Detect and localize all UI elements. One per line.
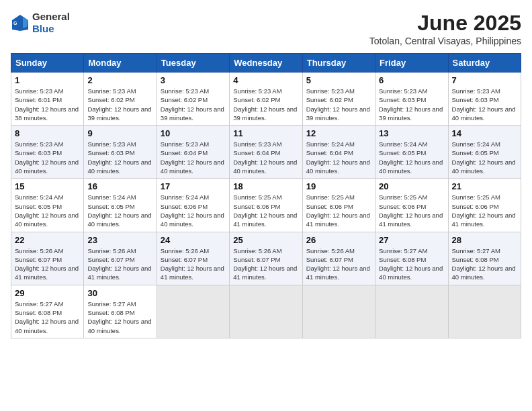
calendar-cell xyxy=(230,285,302,338)
calendar-cell: 25Sunrise: 5:26 AMSunset: 6:07 PMDayligh… xyxy=(230,232,302,285)
day-info: Sunrise: 5:23 AMSunset: 6:02 PMDaylight:… xyxy=(161,87,226,122)
calendar-cell: 1Sunrise: 5:23 AMSunset: 6:01 PMDaylight… xyxy=(11,73,84,126)
day-number: 10 xyxy=(161,128,226,138)
calendar-cell: 12Sunrise: 5:24 AMSunset: 6:04 PMDayligh… xyxy=(302,126,375,179)
day-info: Sunrise: 5:27 AMSunset: 6:08 PMDaylight:… xyxy=(15,300,80,335)
day-info: Sunrise: 5:23 AMSunset: 6:03 PMDaylight:… xyxy=(87,140,152,175)
weekday-header-sunday: Sunday xyxy=(11,54,84,73)
day-number: 9 xyxy=(87,128,152,138)
calendar-cell xyxy=(375,285,448,338)
weekday-header-friday: Friday xyxy=(375,54,448,73)
day-info: Sunrise: 5:26 AMSunset: 6:07 PMDaylight:… xyxy=(306,246,371,282)
calendar-cell: 13Sunrise: 5:24 AMSunset: 6:05 PMDayligh… xyxy=(375,126,448,179)
day-info: Sunrise: 5:24 AMSunset: 6:05 PMDaylight:… xyxy=(452,140,517,175)
day-info: Sunrise: 5:23 AMSunset: 6:04 PMDaylight:… xyxy=(161,140,226,175)
calendar-cell: 4Sunrise: 5:23 AMSunset: 6:02 PMDaylight… xyxy=(230,73,302,126)
calendar-cell: 11Sunrise: 5:23 AMSunset: 6:04 PMDayligh… xyxy=(230,126,302,179)
calendar-cell: 19Sunrise: 5:25 AMSunset: 6:06 PMDayligh… xyxy=(302,179,375,232)
day-number: 3 xyxy=(161,75,226,85)
day-number: 19 xyxy=(306,181,371,191)
day-number: 25 xyxy=(233,235,298,245)
calendar-week-row: 1Sunrise: 5:23 AMSunset: 6:01 PMDaylight… xyxy=(11,73,521,126)
calendar-cell: 9Sunrise: 5:23 AMSunset: 6:03 PMDaylight… xyxy=(84,126,157,179)
calendar-cell: 6Sunrise: 5:23 AMSunset: 6:03 PMDaylight… xyxy=(375,73,448,126)
title-area: June 2025 Totolan, Central Visayas, Phil… xyxy=(369,11,521,46)
day-info: Sunrise: 5:23 AMSunset: 6:02 PMDaylight:… xyxy=(306,87,371,122)
day-number: 21 xyxy=(452,181,517,191)
calendar-header-row: SundayMondayTuesdayWednesdayThursdayFrid… xyxy=(11,54,521,73)
day-info: Sunrise: 5:23 AMSunset: 6:01 PMDaylight:… xyxy=(15,87,80,122)
weekday-header-tuesday: Tuesday xyxy=(157,54,229,73)
calendar-cell: 3Sunrise: 5:23 AMSunset: 6:02 PMDaylight… xyxy=(157,73,229,126)
svg-text:G: G xyxy=(13,21,17,26)
day-info: Sunrise: 5:24 AMSunset: 6:06 PMDaylight:… xyxy=(161,193,226,228)
day-info: Sunrise: 5:23 AMSunset: 6:02 PMDaylight:… xyxy=(87,87,152,122)
day-info: Sunrise: 5:24 AMSunset: 6:05 PMDaylight:… xyxy=(379,140,444,175)
calendar-cell: 5Sunrise: 5:23 AMSunset: 6:02 PMDaylight… xyxy=(302,73,375,126)
calendar-table: SundayMondayTuesdayWednesdayThursdayFrid… xyxy=(11,53,521,338)
calendar-cell: 30Sunrise: 5:27 AMSunset: 6:08 PMDayligh… xyxy=(84,285,157,338)
calendar-cell: 17Sunrise: 5:24 AMSunset: 6:06 PMDayligh… xyxy=(157,179,229,232)
day-info: Sunrise: 5:24 AMSunset: 6:05 PMDaylight:… xyxy=(15,193,80,228)
calendar-cell: 2Sunrise: 5:23 AMSunset: 6:02 PMDaylight… xyxy=(84,73,157,126)
day-info: Sunrise: 5:25 AMSunset: 6:06 PMDaylight:… xyxy=(306,193,371,228)
day-number: 8 xyxy=(15,128,80,138)
calendar-cell: 16Sunrise: 5:24 AMSunset: 6:05 PMDayligh… xyxy=(84,179,157,232)
calendar-cell: 23Sunrise: 5:26 AMSunset: 6:07 PMDayligh… xyxy=(84,232,157,285)
day-number: 27 xyxy=(379,235,444,245)
calendar-week-row: 15Sunrise: 5:24 AMSunset: 6:05 PMDayligh… xyxy=(11,179,521,232)
logo-icon: G xyxy=(11,13,30,32)
day-info: Sunrise: 5:26 AMSunset: 6:07 PMDaylight:… xyxy=(161,246,226,282)
calendar-cell: 10Sunrise: 5:23 AMSunset: 6:04 PMDayligh… xyxy=(157,126,229,179)
calendar-cell: 15Sunrise: 5:24 AMSunset: 6:05 PMDayligh… xyxy=(11,179,84,232)
day-number: 7 xyxy=(452,75,517,85)
calendar-cell: 27Sunrise: 5:27 AMSunset: 6:08 PMDayligh… xyxy=(375,232,448,285)
calendar-cell xyxy=(302,285,375,338)
logo-blue-text: Blue xyxy=(32,23,70,35)
day-number: 29 xyxy=(15,288,80,298)
day-number: 20 xyxy=(379,181,444,191)
calendar-cell: 22Sunrise: 5:26 AMSunset: 6:07 PMDayligh… xyxy=(11,232,84,285)
day-number: 2 xyxy=(87,75,152,85)
day-number: 11 xyxy=(233,128,298,138)
day-info: Sunrise: 5:26 AMSunset: 6:07 PMDaylight:… xyxy=(15,246,80,282)
day-info: Sunrise: 5:27 AMSunset: 6:08 PMDaylight:… xyxy=(379,246,444,282)
logo-general-text: General xyxy=(32,11,70,23)
header: G General Blue June 2025 Totolan, Centra… xyxy=(11,11,521,46)
day-info: Sunrise: 5:26 AMSunset: 6:07 PMDaylight:… xyxy=(233,246,298,282)
day-number: 6 xyxy=(379,75,444,85)
logo: G General Blue xyxy=(11,11,70,35)
day-info: Sunrise: 5:24 AMSunset: 6:04 PMDaylight:… xyxy=(306,140,371,175)
day-info: Sunrise: 5:27 AMSunset: 6:08 PMDaylight:… xyxy=(87,300,152,335)
calendar-cell: 7Sunrise: 5:23 AMSunset: 6:03 PMDaylight… xyxy=(448,73,521,126)
day-number: 23 xyxy=(87,235,152,245)
day-number: 1 xyxy=(15,75,80,85)
calendar-cell: 18Sunrise: 5:25 AMSunset: 6:06 PMDayligh… xyxy=(230,179,302,232)
calendar-week-row: 22Sunrise: 5:26 AMSunset: 6:07 PMDayligh… xyxy=(11,232,521,285)
calendar-cell: 14Sunrise: 5:24 AMSunset: 6:05 PMDayligh… xyxy=(448,126,521,179)
calendar-cell xyxy=(448,285,521,338)
day-number: 14 xyxy=(452,128,517,138)
calendar-cell: 29Sunrise: 5:27 AMSunset: 6:08 PMDayligh… xyxy=(11,285,84,338)
day-info: Sunrise: 5:25 AMSunset: 6:06 PMDaylight:… xyxy=(452,193,517,228)
calendar-cell: 26Sunrise: 5:26 AMSunset: 6:07 PMDayligh… xyxy=(302,232,375,285)
location-title: Totolan, Central Visayas, Philippines xyxy=(369,36,521,46)
calendar-cell: 8Sunrise: 5:23 AMSunset: 6:03 PMDaylight… xyxy=(11,126,84,179)
day-info: Sunrise: 5:23 AMSunset: 6:02 PMDaylight:… xyxy=(233,87,298,122)
month-title: June 2025 xyxy=(369,11,521,36)
day-number: 5 xyxy=(306,75,371,85)
calendar-week-row: 8Sunrise: 5:23 AMSunset: 6:03 PMDaylight… xyxy=(11,126,521,179)
weekday-header-monday: Monday xyxy=(84,54,157,73)
day-info: Sunrise: 5:23 AMSunset: 6:03 PMDaylight:… xyxy=(379,87,444,122)
day-info: Sunrise: 5:25 AMSunset: 6:06 PMDaylight:… xyxy=(379,193,444,228)
weekday-header-saturday: Saturday xyxy=(448,54,521,73)
day-number: 28 xyxy=(452,235,517,245)
calendar-week-row: 29Sunrise: 5:27 AMSunset: 6:08 PMDayligh… xyxy=(11,285,521,338)
day-number: 16 xyxy=(87,181,152,191)
day-number: 18 xyxy=(233,181,298,191)
day-info: Sunrise: 5:23 AMSunset: 6:03 PMDaylight:… xyxy=(15,140,80,175)
day-number: 12 xyxy=(306,128,371,138)
day-number: 22 xyxy=(15,235,80,245)
day-number: 24 xyxy=(161,235,226,245)
day-number: 13 xyxy=(379,128,444,138)
